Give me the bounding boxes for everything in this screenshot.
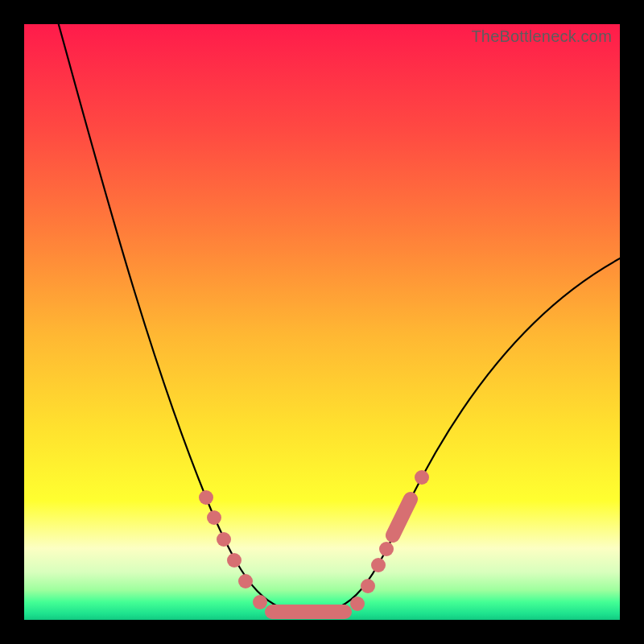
right-dot [415,470,429,485]
left-dot [217,532,231,547]
right-cluster-pill [393,499,411,535]
right-dot [361,579,375,593]
bottleneck-curve [56,24,620,613]
left-dot [253,595,267,609]
right-dot [379,542,394,556]
left-dot [238,574,253,588]
chart-svg [24,24,620,620]
left-dot [227,553,242,568]
chart-area: TheBottleneck.com [24,24,620,620]
left-dot [199,490,213,505]
right-dot [371,558,386,572]
right-dot [350,597,365,611]
left-dot [207,510,221,525]
